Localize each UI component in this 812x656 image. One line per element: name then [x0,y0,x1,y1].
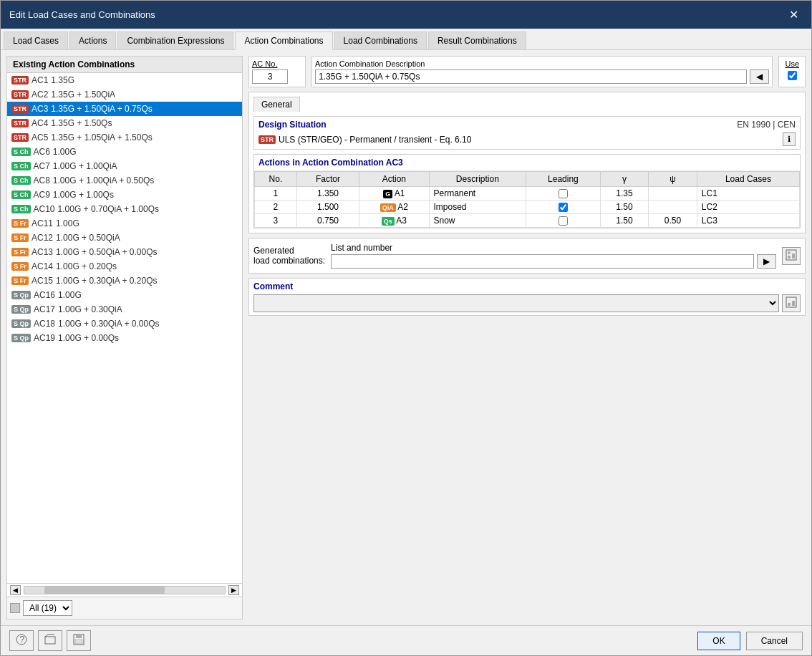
item-id: AC9 [34,190,50,200]
list-item[interactable]: S Ch AC9 1.00G + 1.00Qs [7,188,242,202]
leading-checkbox-1[interactable] [559,189,568,198]
scroll-right-button[interactable]: ▶ [228,585,239,595]
item-value: 1.00G + 0.30QiA + 0.20Qs [56,276,157,286]
cell-gamma: 1.50 [600,214,649,228]
list-item[interactable]: S Ch AC6 1.00G [7,145,242,159]
svg-rect-9 [45,637,55,644]
item-id: AC15 [32,276,53,286]
list-item[interactable]: S Ch AC10 1.00G + 0.70QiA + 1.00Qs [7,202,242,216]
table-row: 3 0.750 Qs A3 Snow [255,214,800,228]
save-button[interactable] [67,630,91,651]
list-item[interactable]: S Qp AC17 1.00G + 0.30QiA [7,302,242,317]
badge-sqp: S Qp [11,319,31,328]
list-item[interactable]: STR AC5 1.35G + 1.05QiA + 1.50Qs [7,130,242,145]
generated-label: Generatedload combinations: [253,246,325,266]
use-checkbox[interactable] [788,71,797,80]
ok-button[interactable]: OK [697,632,740,650]
badge-sfr: S Fr [11,262,29,271]
item-value: 1.00G + 1.00QiA + 0.50Qs [53,175,154,185]
tab-result-combinations[interactable]: Result Combinations [428,32,526,49]
info-button[interactable]: ℹ [783,132,796,146]
list-item[interactable]: S Fr AC11 1.00G [7,216,242,231]
tab-actions[interactable]: Actions [69,32,116,49]
scroll-left-button[interactable]: ◀ [10,585,21,595]
cell-load-cases: LC3 [697,214,799,228]
ds-title: Design Situation [258,120,327,130]
ac-desc-input[interactable] [315,69,747,84]
cell-gamma: 1.50 [600,201,649,214]
list-item[interactable]: STR AC2 1.35G + 1.50QiA [7,87,242,102]
action-badge-g: G [383,190,392,198]
badge-sfr: S Fr [11,248,29,256]
col-no: No. [255,172,297,187]
close-button[interactable]: ✕ [785,6,803,23]
tab-combination-expressions[interactable]: Combination Expressions [117,32,233,49]
list-item[interactable]: STR AC4 1.35G + 1.50Qs [7,116,242,130]
comment-image-button[interactable] [782,294,801,312]
cell-leading[interactable] [526,201,601,214]
save-icon [73,634,84,645]
tab-load-cases[interactable]: Load Cases [4,32,68,49]
badge-str: STR [11,133,29,142]
list-item[interactable]: S Ch AC7 1.00G + 1.00QiA [7,159,242,173]
item-id: AC7 [34,161,50,171]
cell-leading[interactable] [526,214,601,228]
tab-action-combinations[interactable]: Action Combinations [235,32,332,50]
tab-load-combinations[interactable]: Load Combinations [334,32,427,49]
cell-psi [649,187,697,201]
action-badge-qs: Qs [382,217,395,226]
dialog: Edit Load Cases and Combinations ✕ Load … [0,0,812,656]
badge-sch: S Ch [11,190,31,199]
badge-sch: S Ch [11,176,31,185]
tab-general[interactable]: General [253,97,300,112]
item-id: AC3 [32,104,48,114]
ac-list: STR AC1 1.35G STR AC2 1.35G + 1.50QiA ST… [7,73,242,583]
cell-leading[interactable] [526,187,601,201]
item-id: AC18 [34,319,55,329]
badge-sqp: S Qp [11,334,31,342]
dialog-title: Edit Load Cases and Combinations [9,9,155,20]
list-item-disabled[interactable]: S Fr AC13 1.00G + 0.50QiA + 0.00Qs [7,245,242,259]
comment-select[interactable] [253,294,779,312]
filter-select[interactable]: All (19) [23,600,72,616]
list-item[interactable]: STR AC1 1.35G [7,73,242,87]
item-id: AC17 [34,304,55,314]
item-value: 1.00G + 1.00Qs [53,190,114,200]
list-item-selected[interactable]: STR AC3 1.35G + 1.50QiA + 0.75Qs [7,102,242,116]
cell-load-cases: LC1 [697,187,799,201]
list-item[interactable]: S Fr AC15 1.00G + 0.30QiA + 0.20Qs [7,274,242,288]
scroll-track[interactable] [24,586,226,594]
leading-checkbox-3[interactable] [559,216,568,226]
list-item-disabled[interactable]: S Qp AC19 1.00G + 0.00Qs [7,331,242,345]
item-value: 1.00G [53,147,77,157]
cancel-button[interactable]: Cancel [746,632,803,650]
table-row: 1 1.350 G A1 Permanent [255,187,800,201]
generate-arrow-button[interactable]: ▶ [757,254,776,269]
cell-description: Imposed [429,201,526,214]
list-item-disabled[interactable]: S Qp AC18 1.00G + 0.30QiA + 0.00Qs [7,317,242,331]
list-item[interactable]: S Qp AC16 1.00G [7,288,242,302]
ac-desc-arrow-button[interactable]: ◀ [750,69,769,84]
svg-rect-1 [788,256,791,259]
list-item[interactable]: S Fr AC12 1.00G + 0.50QiA [7,231,242,245]
item-value: 1.00G + 0.20Qs [56,261,117,271]
image-button[interactable] [782,247,801,265]
help-button[interactable]: ? [9,630,34,651]
item-value: 1.00G + 0.50QiA [56,233,120,243]
ac-use-label: Use [785,59,799,68]
cell-factor: 1.350 [296,187,359,201]
list-item[interactable]: S Fr AC14 1.00G + 0.20Qs [7,259,242,274]
ac-no-input[interactable] [252,69,288,84]
item-value: 1.00G + 0.50QiA + 0.00Qs [56,247,157,257]
badge-sfr: S Fr [11,219,29,228]
list-number-input[interactable] [331,254,754,269]
ac-header: AC No. Action Combination Description ◀ … [248,56,806,87]
item-id: AC2 [32,90,48,100]
svg-rect-11 [76,635,82,638]
item-value: 1.00G [58,290,82,300]
list-item[interactable]: S Ch AC8 1.00G + 1.00QiA + 0.50Qs [7,173,242,188]
item-value: 1.35G + 1.50QiA + 0.75Qs [51,104,152,114]
leading-checkbox-2[interactable] [559,203,568,212]
open-button[interactable] [38,630,62,651]
cell-action: QiA A2 [359,201,429,214]
